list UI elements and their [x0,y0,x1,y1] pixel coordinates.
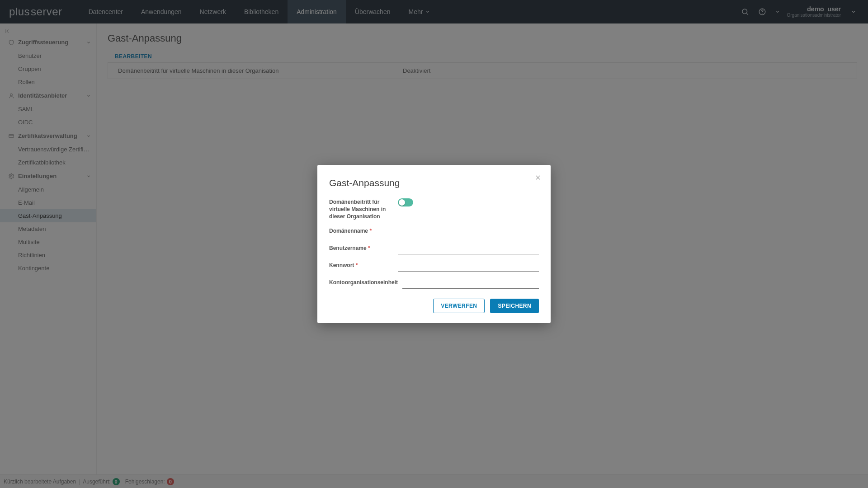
domain-name-label: Domänenname [329,228,368,234]
modal-overlay[interactable]: Gast-Anpassung Domänenbeitritt für virtu… [0,0,868,488]
save-button[interactable]: SPEICHERN [490,299,539,313]
domain-join-toggle-label: Domänenbeitritt für virtuelle Maschinen … [329,198,398,221]
domain-join-toggle[interactable] [398,198,413,206]
username-input[interactable] [398,244,539,254]
guest-customization-dialog: Gast-Anpassung Domänenbeitritt für virtu… [317,165,551,324]
required-indicator: * [356,262,358,268]
close-icon[interactable] [533,173,542,182]
password-label: Kennwort [329,262,354,268]
required-indicator: * [369,228,372,234]
required-indicator: * [368,245,370,251]
dialog-title: Gast-Anpassung [329,178,539,188]
password-input[interactable] [398,262,539,272]
discard-button[interactable]: VERWERFEN [433,299,485,313]
domain-name-input[interactable] [398,227,539,237]
username-label: Benutzername [329,245,367,251]
account-ou-label: Kontoorganisationseinheit [329,279,398,286]
account-ou-input[interactable] [402,279,539,289]
